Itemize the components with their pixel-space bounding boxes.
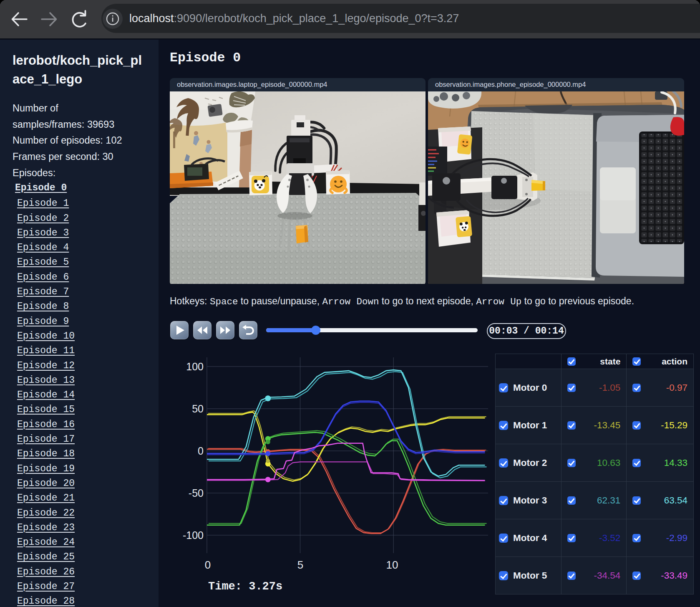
svg-text:-50: -50 <box>189 487 204 499</box>
svg-text:50: 50 <box>192 403 204 415</box>
svg-text:-100: -100 <box>183 529 204 541</box>
svg-text:100: 100 <box>186 361 204 372</box>
svg-text:10: 10 <box>386 559 398 571</box>
svg-text:0: 0 <box>205 559 211 571</box>
svg-text:0: 0 <box>198 445 204 457</box>
svg-text:5: 5 <box>297 559 303 571</box>
svg-text:Time: 3.27s: Time: 3.27s <box>208 580 282 593</box>
